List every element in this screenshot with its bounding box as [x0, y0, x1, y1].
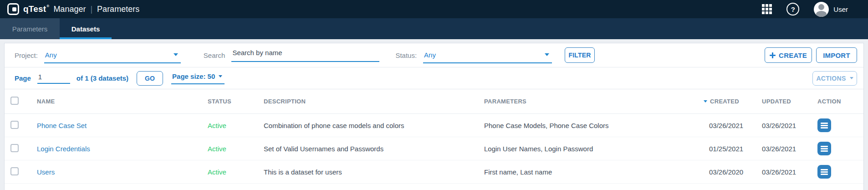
app-header: qTest® Manager | Parameters ? User — [0, 0, 868, 18]
table-row: Users Active This is a dataset for users… — [5, 160, 863, 184]
dataset-name-link[interactable]: Login Credentials — [37, 145, 208, 153]
select-all-checkbox[interactable] — [10, 97, 19, 105]
go-button[interactable]: GO — [137, 71, 163, 86]
page-size-label: Page size: 50 — [172, 72, 215, 80]
brand: qTest® — [23, 4, 49, 14]
sort-desc-icon — [704, 100, 707, 103]
brand-trademark: ® — [46, 4, 49, 9]
table-row: Login Credentials Active Set of Valid Us… — [5, 137, 863, 160]
user-menu[interactable]: User — [814, 2, 848, 17]
column-name[interactable]: NAME — [37, 98, 208, 105]
page-count-label: of 1 (3 datasets) — [77, 74, 128, 82]
chevron-down-icon — [545, 53, 549, 56]
dataset-parameters: First name, Last name — [484, 168, 702, 176]
column-action: ACTION — [812, 98, 863, 105]
dataset-name-link[interactable]: Users — [37, 168, 208, 176]
chevron-down-icon — [850, 77, 853, 79]
table-row: Phone Case Set Active Combination of pho… — [5, 114, 863, 137]
dataset-status: Active — [208, 145, 264, 153]
brand-name: qTest — [23, 4, 46, 14]
dataset-description: Set of Valid Usernames and Passwords — [264, 145, 484, 153]
row-checkbox[interactable] — [10, 167, 19, 175]
column-updated[interactable]: UPDATED — [758, 98, 812, 105]
table-header: NAME STATUS DESCRIPTION PARAMETERS CREAT… — [5, 89, 863, 114]
menu-icon — [821, 123, 828, 124]
dataset-updated-date: 03/26/2021 — [758, 122, 812, 129]
column-status[interactable]: STATUS — [208, 98, 264, 105]
create-button[interactable]: CREATE — [765, 47, 812, 63]
app-title-separator: | — [90, 5, 92, 14]
chevron-down-icon — [219, 75, 222, 77]
actions-button[interactable]: ACTIONS — [812, 71, 857, 86]
menu-icon — [821, 169, 828, 170]
plus-icon — [770, 52, 776, 58]
dataset-updated-date: 03/26/2021 — [758, 168, 812, 176]
filter-button[interactable]: FILTER — [565, 47, 595, 63]
row-checkbox[interactable] — [10, 144, 19, 152]
apps-grid-icon[interactable] — [762, 4, 772, 14]
app-title-product: Manager — [53, 5, 86, 14]
status-value: Any — [424, 51, 436, 59]
page-number-input[interactable] — [37, 73, 70, 84]
page-label: Page — [15, 74, 31, 82]
dataset-parameters: Phone Case Models, Phone Case Colors — [484, 122, 702, 129]
project-dropdown[interactable]: Any — [44, 47, 181, 63]
column-parameters[interactable]: PARAMETERS — [484, 98, 702, 105]
dataset-created-date: 01/25/2021 — [702, 145, 758, 153]
app-title-section: Parameters — [97, 5, 139, 14]
search-input[interactable] — [231, 49, 379, 62]
create-button-label: CREATE — [779, 51, 807, 59]
column-created-label: CREATED — [710, 98, 739, 105]
appbar-right: ? User — [762, 2, 868, 17]
row-checkbox[interactable] — [10, 121, 19, 129]
dataset-name-link[interactable]: Phone Case Set — [37, 122, 208, 129]
dataset-description: Combination of phone case models and col… — [264, 122, 484, 129]
row-actions-button[interactable] — [817, 118, 831, 132]
primary-actions: CREATE IMPORT — [765, 47, 857, 63]
tab-bar: Parameters Datasets — [0, 18, 868, 39]
project-label: Project: — [15, 51, 38, 59]
app-title: Manager | Parameters — [53, 5, 139, 14]
status-dropdown[interactable]: Any — [423, 47, 552, 63]
filter-bar: Project: Any Search Status: Any FILTER C… — [5, 43, 863, 67]
column-description[interactable]: DESCRIPTION — [264, 98, 484, 105]
menu-icon — [821, 146, 828, 147]
dataset-status: Active — [208, 122, 264, 129]
user-label: User — [833, 5, 848, 13]
datasets-panel: Project: Any Search Status: Any FILTER C… — [4, 43, 864, 190]
status-label: Status: — [395, 51, 417, 59]
project-value: Any — [45, 51, 57, 59]
dataset-parameters: Login User Names, Login Password — [484, 145, 702, 153]
row-actions-button[interactable] — [817, 142, 831, 155]
dataset-created-date: 03/26/2021 — [702, 122, 758, 129]
pagination-bar: Page of 1 (3 datasets) GO Page size: 50 … — [5, 67, 863, 89]
page-size-dropdown[interactable]: Page size: 50 — [171, 72, 225, 84]
row-actions-button[interactable] — [817, 165, 831, 179]
user-avatar-icon — [814, 2, 829, 17]
search-label: Search — [204, 51, 225, 59]
dataset-status: Active — [208, 168, 264, 176]
dataset-created-date: 03/26/2020 — [702, 168, 758, 176]
dataset-updated-date: 03/26/2021 — [758, 145, 812, 153]
help-icon[interactable]: ? — [786, 3, 799, 15]
tab-parameters[interactable]: Parameters — [0, 18, 60, 39]
import-button[interactable]: IMPORT — [816, 47, 857, 63]
chevron-down-icon — [174, 53, 178, 56]
dataset-description: This is a dataset for users — [264, 168, 484, 176]
column-created[interactable]: CREATED — [702, 98, 758, 105]
tab-datasets[interactable]: Datasets — [60, 18, 112, 39]
qtest-logo-icon — [7, 3, 19, 15]
actions-button-label: ACTIONS — [816, 75, 846, 82]
